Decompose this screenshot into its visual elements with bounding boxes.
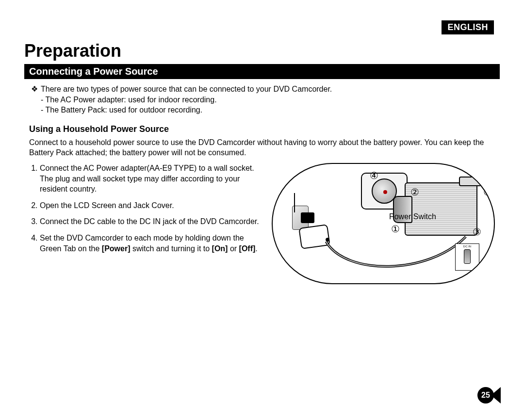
callout-2-left: ② — [410, 186, 419, 198]
dc-in-inset: DC IN — [455, 243, 479, 271]
intro-bullet: There are two types of power source that… — [41, 84, 495, 95]
power-switch-label: Power Switch — [389, 212, 436, 221]
power-connection-diagram: DC IN ④ ② ② Power Switch ① ③ — [272, 163, 495, 284]
step-4-off: [Off] — [239, 244, 256, 253]
section-heading: Connecting a Power Source — [24, 64, 500, 79]
chapter-title: Preparation — [24, 41, 500, 61]
steps-column: Connect the AC Power adapter(AA-E9 TYPE)… — [29, 163, 263, 284]
step-4c: switch and turning it to — [130, 244, 212, 253]
callout-2-right: ② — [483, 186, 492, 198]
intro-sub-b: The Battery Pack: used for outdoor recor… — [41, 105, 495, 115]
step-3: Connect the DC cable to the DC IN jack o… — [40, 216, 263, 227]
step-4-on: [On] — [212, 244, 228, 253]
callout-line-icon — [294, 193, 295, 212]
manual-page: ENGLISH Preparation Connecting a Power S… — [0, 0, 524, 420]
step-1a: Connect the AC Power adapter(AA-E9 TYPE)… — [40, 164, 254, 172]
step-1: Connect the AC Power adapter(AA-E9 TYPE)… — [40, 163, 263, 194]
callout-4: ④ — [370, 170, 378, 181]
sub-heading: Using a Household Power Source — [24, 124, 500, 134]
diagram-column: DC IN ④ ② ② Power Switch ① ③ — [272, 163, 495, 284]
dc-in-label: DC IN — [463, 245, 471, 248]
dc-jack-icon — [464, 249, 471, 264]
step-4-power: [Power] — [102, 244, 131, 253]
intro-block: There are two types of power source that… — [29, 84, 495, 115]
language-badge: ENGLISH — [442, 20, 494, 34]
step-4e: or — [228, 244, 239, 253]
content-columns: Connect the AC Power adapter(AA-E9 TYPE)… — [24, 163, 500, 284]
page-number-badge: 25 — [477, 387, 494, 404]
step-4g: . — [255, 244, 257, 253]
camcorder-viewfinder-icon — [459, 177, 481, 186]
intro-sub-a: The AC Power adapter: used for indoor re… — [41, 95, 495, 105]
sub-paragraph: Connect to a household power source to u… — [24, 137, 500, 163]
step-2: Open the LCD Screen and Jack Cover. — [40, 200, 263, 211]
callout-1: ① — [391, 223, 400, 235]
step-4: Set the DVD Camcorder to each mode by ho… — [40, 233, 263, 254]
step-1b: The plug and wall socket type may differ… — [40, 175, 240, 194]
callout-3: ③ — [473, 226, 481, 238]
